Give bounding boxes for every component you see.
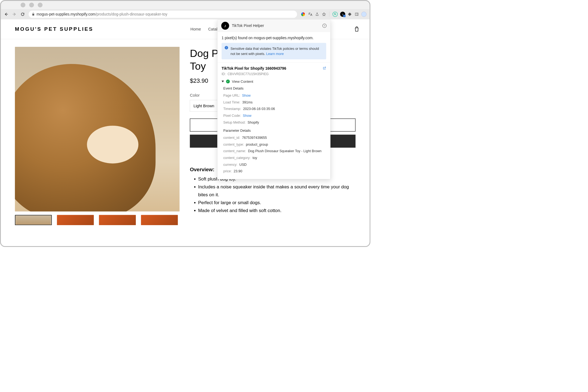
tiktok-pixel-ext-icon[interactable]: ♪	[340, 12, 345, 17]
popup-title: TikTok Pixel Helper	[232, 23, 264, 28]
parameter-details: content_id: 7675397439655 content_type: …	[222, 134, 326, 174]
event-details: Page URL: Show Load Time: 391ms Timestam…	[222, 92, 326, 126]
thumbnail-1[interactable]	[15, 215, 52, 225]
window-titlebar	[1, 1, 370, 9]
thumbnail-2[interactable]	[57, 215, 94, 225]
tiktok-logo-icon: ♪	[221, 22, 229, 30]
open-external-icon[interactable]	[323, 66, 326, 70]
lock-icon	[32, 13, 35, 16]
url-path: /products/dog-plush-dinosaur-squeaker-to…	[95, 12, 167, 16]
google-ext-icon[interactable]	[301, 12, 306, 17]
translate-icon[interactable]	[308, 12, 312, 16]
browser-toolbar: mogus-pet-supplies.myshopify.com/product…	[1, 9, 370, 19]
overview-item: Made of velvet and filled with soft cott…	[198, 207, 356, 215]
popup-header: ♪ TikTok Pixel Helper ?	[218, 20, 330, 32]
overview-item: Perfect for large or small dogs.	[198, 199, 356, 207]
tiktok-pixel-popup: ♪ TikTok Pixel Helper ? 1 pixel(s) found…	[217, 19, 330, 179]
extensions-icon[interactable]	[348, 12, 352, 16]
pixels-found-text: 1 pixel(s) found on mogus-pet-supplies.m…	[218, 32, 330, 43]
svg-rect-0	[355, 13, 358, 16]
mac-max-dot[interactable]	[38, 2, 43, 7]
sensitive-data-notice: i Sensitive data that violates TikTok po…	[222, 43, 326, 59]
event-row[interactable]: ✓ View Content	[222, 79, 326, 84]
reload-button[interactable]	[20, 12, 25, 16]
learn-more-link[interactable]: Learn more	[266, 52, 284, 56]
pixel-section: TikTok Pixel for Shopify 1660943796 ID: …	[218, 62, 330, 179]
thumbnail-3[interactable]	[99, 215, 136, 225]
pixel-code-show[interactable]: Show	[243, 114, 252, 118]
url-bar[interactable]: mogus-pet-supplies.myshopify.com/product…	[29, 11, 297, 18]
overview-item: Includes a noise squeaker inside that ma…	[198, 183, 356, 199]
mac-min-dot[interactable]	[29, 2, 34, 7]
store-name[interactable]: MOGU'S PET SUPPLIES	[15, 26, 93, 32]
cart-icon[interactable]	[354, 26, 359, 32]
event-details-heading: Event Details	[223, 87, 326, 90]
side-panel-icon[interactable]	[354, 12, 359, 16]
info-icon: i	[225, 46, 228, 50]
product-gallery	[15, 47, 180, 225]
url-host: mogus-pet-supplies.myshopify.com	[36, 12, 95, 16]
caret-down-icon	[222, 81, 224, 82]
page-content: MOGU'S PET SUPPLIES Home Catalog	[1, 19, 370, 246]
pixel-name: TikTok Pixel for Shopify 1660943796	[222, 66, 326, 71]
page-url-show[interactable]: Show	[242, 94, 251, 97]
parameter-details-heading: Parameter Details	[223, 129, 326, 133]
forward-button[interactable]	[12, 12, 17, 16]
thumbnail-4[interactable]	[141, 215, 178, 225]
mac-close-dot[interactable]	[21, 2, 26, 7]
profile-avatar[interactable]	[361, 12, 366, 17]
star-icon[interactable]	[322, 12, 326, 16]
color-value: Light Brown	[194, 103, 215, 108]
product-main-image[interactable]	[15, 47, 180, 212]
back-button[interactable]	[4, 12, 8, 16]
share-icon[interactable]	[315, 12, 319, 16]
event-name: View Content	[232, 79, 253, 84]
nav-home[interactable]: Home	[191, 27, 201, 32]
help-icon[interactable]: ?	[322, 24, 326, 28]
pixel-id: ID: CBVVRD3C77U15H35PIEG	[222, 72, 326, 76]
success-check-icon: ✓	[226, 79, 230, 83]
grammarly-ext-icon[interactable]: G	[333, 12, 338, 17]
browser-window: mogus-pet-supplies.myshopify.com/product…	[0, 0, 370, 247]
product-thumbnails	[15, 215, 180, 225]
